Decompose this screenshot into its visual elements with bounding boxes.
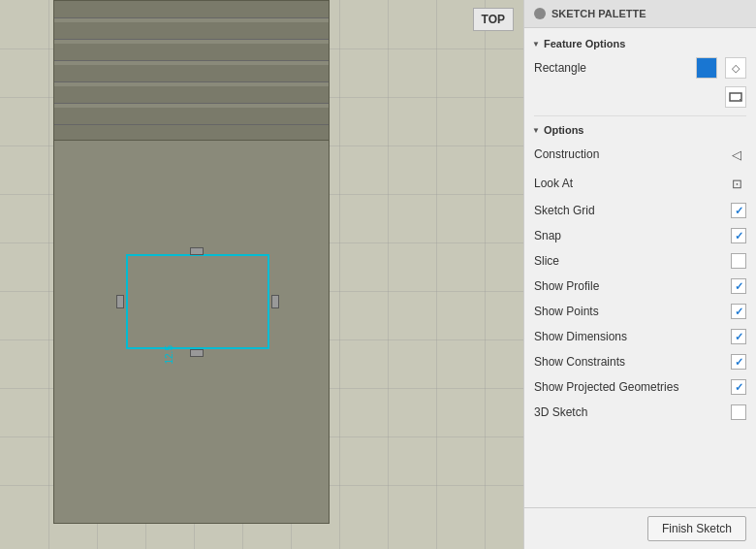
viewport[interactable]: Y X TOP 12.5 xyxy=(0,0,523,549)
option-row: Show Points xyxy=(524,299,756,324)
grid-line xyxy=(485,0,486,549)
checkbox-snap[interactable] xyxy=(731,228,746,243)
option-row: Look At⊡ xyxy=(524,169,756,198)
rectangle-label: Rectangle xyxy=(534,61,688,75)
option-label: Show Projected Geometries xyxy=(534,380,723,394)
midpoint-bottom xyxy=(190,349,204,357)
option-label: Show Dimensions xyxy=(534,330,723,343)
options-header[interactable]: ▼ Options xyxy=(524,120,756,140)
icon-look-at[interactable]: ⊡ xyxy=(727,174,746,193)
options-list: Construction◁Look At⊡Sketch GridSnapSlic… xyxy=(524,140,756,425)
divider xyxy=(534,115,746,116)
color-swatch[interactable] xyxy=(696,57,717,79)
option-row: Sketch Grid xyxy=(524,198,756,223)
rectangle-row: Rectangle ◇ xyxy=(524,53,756,82)
stripe xyxy=(54,44,329,61)
grid-line xyxy=(339,0,340,549)
stripe xyxy=(54,65,329,82)
dimension-label: 12.5 xyxy=(164,345,174,364)
option-row: Construction◁ xyxy=(524,140,756,169)
option-label: Snap xyxy=(534,229,723,242)
stripe xyxy=(54,86,329,104)
option-label: 3D Sketch xyxy=(534,405,723,419)
diamond-icon-btn[interactable]: ◇ xyxy=(725,57,746,79)
checkbox-sketch-grid[interactable] xyxy=(731,203,746,218)
stripe xyxy=(54,1,329,18)
checkbox-show-profile[interactable] xyxy=(731,278,746,294)
collapse-triangle-icon: ▼ xyxy=(532,40,540,48)
option-row: Show Constraints xyxy=(524,349,756,374)
checkbox-show-dimensions[interactable] xyxy=(731,329,746,344)
feature-options-header[interactable]: ▼ Feature Options xyxy=(524,34,756,53)
option-label: Show Constraints xyxy=(534,355,723,369)
checkbox-show-constraints[interactable] xyxy=(731,354,746,370)
option-row: Show Projected Geometries xyxy=(524,374,756,400)
option-label: Look At xyxy=(534,177,719,190)
finish-sketch-button[interactable]: Finish Sketch xyxy=(647,516,746,541)
option-row: 3D Sketch xyxy=(524,400,756,425)
checkbox-slice[interactable] xyxy=(731,253,746,269)
stripe xyxy=(54,125,329,141)
rect-icon-row xyxy=(524,82,756,112)
sketch-palette: SKETCH PALETTE ▼ Feature Options Rectang… xyxy=(523,0,756,549)
icon-construction[interactable]: ◁ xyxy=(727,145,746,164)
rect-icon-btn[interactable] xyxy=(725,86,746,108)
stripe xyxy=(54,22,329,40)
stripe xyxy=(54,108,329,125)
palette-header: SKETCH PALETTE xyxy=(524,0,756,28)
close-icon[interactable] xyxy=(534,8,546,19)
checkbox-show-points[interactable] xyxy=(731,304,746,319)
grid-line xyxy=(388,0,389,549)
checkbox-3d-sketch[interactable] xyxy=(731,404,746,420)
palette-title: SKETCH PALETTE xyxy=(551,8,646,19)
checkbox-show-projected-geometries[interactable] xyxy=(731,379,746,395)
sketch-rectangle[interactable] xyxy=(126,254,269,349)
option-label: Show Points xyxy=(534,305,723,318)
midpoint-top xyxy=(190,247,204,255)
option-row: Slice xyxy=(524,248,756,274)
option-row: Show Profile xyxy=(524,274,756,299)
view-label: TOP xyxy=(473,8,514,31)
option-label: Slice xyxy=(534,254,723,268)
option-row: Show Dimensions xyxy=(524,324,756,349)
grid-line xyxy=(436,0,437,549)
object-top xyxy=(53,0,330,141)
option-label: Construction xyxy=(534,147,719,161)
midpoint-left xyxy=(116,295,124,308)
option-label: Show Profile xyxy=(534,279,723,293)
option-row: Snap xyxy=(524,223,756,248)
options-label: Options xyxy=(544,124,584,136)
feature-options-label: Feature Options xyxy=(544,38,625,49)
midpoint-right xyxy=(271,295,279,308)
grid-line xyxy=(48,0,49,549)
palette-body: ▼ Feature Options Rectangle ◇ ▼ Options … xyxy=(524,28,756,507)
option-label: Sketch Grid xyxy=(534,204,723,217)
finish-btn-row: Finish Sketch xyxy=(524,507,756,549)
collapse-options-icon: ▼ xyxy=(532,126,540,135)
